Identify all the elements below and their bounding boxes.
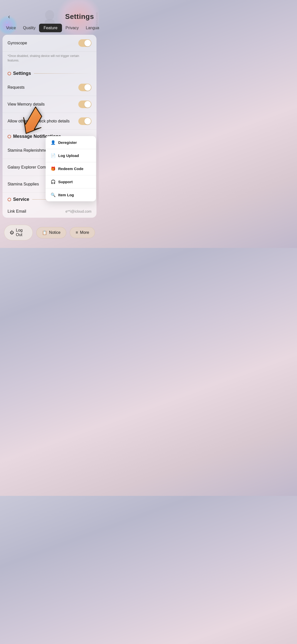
item-log-label: Item Log <box>58 193 74 197</box>
tab-quality[interactable]: Quality <box>19 23 39 33</box>
notice-button[interactable]: 📋 Notice <box>36 227 66 238</box>
requests-row: Requests <box>3 79 96 96</box>
view-memory-label: View Memory details <box>8 102 45 107</box>
support-label: Support <box>58 180 73 184</box>
tab-feature[interactable]: Feature <box>39 24 62 32</box>
back-icon: ‹ <box>8 13 10 20</box>
header: ‹ Settings DEEPSPACE <box>0 0 99 23</box>
redeem-code-icon: 🎁 <box>51 166 56 171</box>
logout-icon: ⏻ <box>10 230 14 235</box>
more-icon: ≡ <box>76 230 78 235</box>
gyroscope-toggle[interactable] <box>78 39 91 47</box>
dropdown-redeem-code[interactable]: 🎁 Redeem Code <box>46 162 96 175</box>
gyroscope-note: *Once disabled, shaking device will not … <box>3 52 96 67</box>
stamina-supplies-label: Stamina Supplies <box>8 182 39 186</box>
redeem-code-label: Redeem Code <box>58 167 83 171</box>
service-section-dot <box>8 198 11 201</box>
photo-details-row: Allow others to check photo details <box>3 113 96 130</box>
photo-details-label: Allow others to check photo details <box>8 119 70 123</box>
log-upload-label: Log Upload <box>58 153 79 158</box>
tab-privacy[interactable]: Privacy <box>62 23 82 33</box>
back-button[interactable]: ‹ <box>5 13 13 21</box>
more-button[interactable]: ≡ More <box>70 227 95 238</box>
requests-label: Requests <box>8 85 25 90</box>
notifications-section-dot <box>8 135 11 138</box>
link-email-row: Link Email e**i@icloud.com <box>3 205 96 218</box>
gyroscope-row: Gyroscope <box>3 35 96 52</box>
stamina-replenishment-label: Stamina Replenishment <box>8 148 50 153</box>
logout-label: Log Out <box>16 228 27 237</box>
photo-details-toggle[interactable] <box>78 117 91 125</box>
view-memory-toggle[interactable] <box>78 101 91 108</box>
link-email-label: Link Email <box>8 209 26 214</box>
dropdown-item-log[interactable]: 🔍 Item Log <box>46 188 96 201</box>
deregister-label: Deregister <box>58 140 77 145</box>
settings-section-header: Settings <box>3 67 96 79</box>
deregister-icon: 👤 <box>51 140 56 145</box>
log-upload-icon: 📄 <box>51 153 56 158</box>
svg-point-0 <box>45 10 54 20</box>
tab-bar: Voice Quality Feature Privacy Langua… <box>0 23 99 33</box>
settings-section-title: Settings <box>13 71 31 76</box>
notice-icon: 📋 <box>42 230 47 235</box>
view-memory-row: View Memory details <box>3 96 96 113</box>
requests-toggle[interactable] <box>78 84 91 91</box>
more-label: More <box>80 230 89 235</box>
settings-section-dot <box>8 72 11 75</box>
bottom-bar: ⏻ Log Out 📋 Notice ≡ More <box>0 220 99 248</box>
dropdown-deregister[interactable]: 👤 Deregister <box>46 136 96 149</box>
link-email-value: e**i@icloud.com <box>65 209 91 213</box>
page-title: Settings <box>65 13 94 21</box>
logout-button[interactable]: ⏻ Log Out <box>4 225 33 240</box>
tab-voice[interactable]: Voice <box>3 23 19 33</box>
tab-language[interactable]: Langua… <box>82 23 99 33</box>
settings-section-line <box>34 73 91 74</box>
item-log-icon: 🔍 <box>51 192 56 197</box>
support-icon: 🎧 <box>51 179 56 184</box>
gyroscope-label: Gyroscope <box>8 41 27 45</box>
dropdown-support[interactable]: 🎧 Support <box>46 175 96 188</box>
dropdown-log-upload[interactable]: 📄 Log Upload <box>46 149 96 162</box>
dropdown-menu: 👤 Deregister 📄 Log Upload 🎁 Redeem Code … <box>46 136 96 201</box>
notice-label: Notice <box>49 230 60 235</box>
service-section-title: Service <box>13 197 29 202</box>
